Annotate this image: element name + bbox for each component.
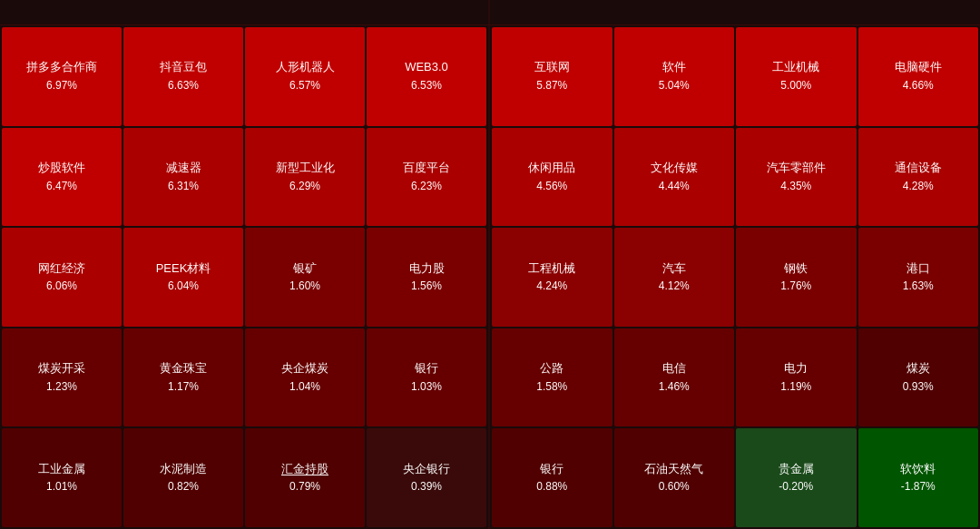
grid-area: 拼多多合作商 6.97% 抖音豆包 6.63% 人形机器人 6.57% WEB3… bbox=[0, 25, 980, 529]
left-cell-16[interactable]: 工业金属 1.01% bbox=[2, 428, 122, 527]
right-cell-19[interactable]: 软饮料 -1.87% bbox=[858, 428, 979, 527]
cell-name: 电力 bbox=[784, 359, 808, 378]
left-cell-12[interactable]: 煤炭开采 1.23% bbox=[2, 328, 122, 427]
cell-name: 人形机器人 bbox=[276, 58, 335, 77]
cell-name: 银行 bbox=[415, 359, 438, 378]
right-cell-3[interactable]: 电脑硬件 4.66% bbox=[858, 27, 979, 126]
cell-name: 汽车 bbox=[662, 260, 686, 279]
right-cell-4[interactable]: 休闲用品 4.56% bbox=[492, 128, 612, 227]
cell-name: 央企煤炭 bbox=[281, 359, 328, 378]
left-cell-9[interactable]: PEEK材料 6.04% bbox=[123, 228, 243, 327]
cell-name: 电力股 bbox=[409, 260, 445, 279]
cell-name: 通信设备 bbox=[895, 159, 942, 178]
left-cell-1[interactable]: 抖音豆包 6.63% bbox=[123, 27, 243, 126]
right-cell-9[interactable]: 汽车 4.12% bbox=[614, 228, 735, 327]
cell-name: 汽车零部件 bbox=[767, 159, 826, 178]
right-cell-14[interactable]: 电力 1.19% bbox=[736, 328, 857, 427]
cell-pct: -1.87% bbox=[901, 478, 936, 495]
cell-pct: 4.28% bbox=[903, 178, 934, 195]
cell-pct: 1.56% bbox=[411, 278, 442, 295]
left-cell-15[interactable]: 银行 1.03% bbox=[367, 328, 486, 427]
cell-pct: 4.35% bbox=[780, 178, 811, 195]
left-cell-2[interactable]: 人形机器人 6.57% bbox=[245, 27, 365, 126]
right-cell-16[interactable]: 银行 0.88% bbox=[492, 428, 612, 527]
left-cell-14[interactable]: 央企煤炭 1.04% bbox=[245, 328, 365, 427]
cell-name: 软件 bbox=[662, 58, 686, 77]
cell-name: 新型工业化 bbox=[276, 159, 335, 178]
left-cell-17[interactable]: 水泥制造 0.82% bbox=[123, 428, 243, 527]
cell-pct: 6.29% bbox=[289, 178, 320, 195]
right-cell-13[interactable]: 电信 1.46% bbox=[614, 328, 735, 427]
cell-pct: 1.03% bbox=[411, 378, 442, 396]
cell-pct: 0.79% bbox=[289, 478, 320, 495]
cell-name: 公路 bbox=[540, 359, 564, 378]
cell-pct: 6.06% bbox=[46, 278, 77, 295]
left-cell-4[interactable]: 炒股软件 6.47% bbox=[2, 128, 122, 227]
right-cell-10[interactable]: 钢铁 1.76% bbox=[736, 228, 857, 327]
right-cell-11[interactable]: 港口 1.63% bbox=[858, 228, 979, 327]
cell-pct: 1.01% bbox=[46, 478, 77, 495]
cell-name: 央企银行 bbox=[403, 460, 450, 479]
header-left bbox=[0, 0, 490, 24]
cell-pct: 1.04% bbox=[289, 378, 320, 396]
cell-name: 工业机械 bbox=[772, 58, 819, 77]
left-cell-8[interactable]: 网红经济 6.06% bbox=[2, 228, 122, 327]
cell-name: 钢铁 bbox=[784, 260, 808, 279]
left-cell-3[interactable]: WEB3.0 6.53% bbox=[367, 27, 486, 126]
cell-name: 软饮料 bbox=[900, 460, 936, 479]
right-cell-12[interactable]: 公路 1.58% bbox=[492, 328, 612, 427]
cell-pct: 5.04% bbox=[659, 77, 690, 94]
right-cell-2[interactable]: 工业机械 5.00% bbox=[736, 27, 857, 126]
left-cell-18[interactable]: 汇金持股 0.79% bbox=[245, 428, 365, 527]
left-cell-7[interactable]: 百度平台 6.23% bbox=[367, 128, 486, 227]
cell-name: PEEK材料 bbox=[156, 260, 211, 279]
right-cell-5[interactable]: 文化传媒 4.44% bbox=[614, 128, 735, 227]
cell-pct: 6.53% bbox=[411, 77, 442, 94]
cell-pct: 1.76% bbox=[780, 278, 811, 295]
cell-name: 文化传媒 bbox=[651, 159, 698, 178]
left-cell-11[interactable]: 电力股 1.56% bbox=[367, 228, 486, 327]
cell-pct: 0.82% bbox=[168, 478, 199, 495]
left-cell-19[interactable]: 央企银行 0.39% bbox=[367, 428, 486, 527]
cell-name: 网红经济 bbox=[38, 260, 85, 279]
cell-name: 工程机械 bbox=[528, 260, 575, 279]
cell-pct: 4.56% bbox=[536, 178, 567, 195]
cell-pct: 1.17% bbox=[168, 378, 199, 396]
left-cell-6[interactable]: 新型工业化 6.29% bbox=[245, 128, 365, 227]
right-cell-1[interactable]: 软件 5.04% bbox=[614, 27, 735, 126]
cell-pct: 4.44% bbox=[659, 178, 690, 195]
main-container: 拼多多合作商 6.97% 抖音豆包 6.63% 人形机器人 6.57% WEB3… bbox=[0, 0, 980, 529]
cell-pct: 1.60% bbox=[289, 278, 320, 295]
right-cell-18[interactable]: 贵金属 -0.20% bbox=[736, 428, 857, 527]
cell-pct: 6.23% bbox=[411, 178, 442, 195]
cell-pct: 6.57% bbox=[289, 77, 320, 94]
cell-pct: 1.58% bbox=[536, 378, 567, 396]
left-cell-13[interactable]: 黄金珠宝 1.17% bbox=[123, 328, 243, 427]
cell-pct: 4.66% bbox=[903, 77, 934, 94]
cell-pct: 0.60% bbox=[659, 478, 690, 495]
cell-pct: -0.20% bbox=[779, 478, 813, 495]
cell-name: 煤炭开采 bbox=[38, 359, 85, 378]
right-cell-8[interactable]: 工程机械 4.24% bbox=[492, 228, 612, 327]
cell-name: 互联网 bbox=[534, 58, 570, 77]
cell-pct: 6.97% bbox=[46, 77, 77, 94]
right-cell-17[interactable]: 石油天然气 0.60% bbox=[614, 428, 735, 527]
right-cell-7[interactable]: 通信设备 4.28% bbox=[858, 128, 979, 227]
right-panel: 互联网 5.87% 软件 5.04% 工业机械 5.00% 电脑硬件 4.66%… bbox=[490, 25, 980, 529]
left-panel: 拼多多合作商 6.97% 抖音豆包 6.63% 人形机器人 6.57% WEB3… bbox=[0, 25, 490, 529]
header-right bbox=[490, 0, 980, 24]
cell-pct: 6.63% bbox=[168, 77, 199, 94]
cell-pct: 4.12% bbox=[659, 278, 690, 295]
cell-name: 汇金持股 bbox=[281, 460, 328, 479]
cell-name: 拼多多合作商 bbox=[26, 58, 97, 77]
cell-name: 休闲用品 bbox=[528, 159, 575, 178]
cell-pct: 1.46% bbox=[659, 378, 690, 396]
right-cell-15[interactable]: 煤炭 0.93% bbox=[858, 328, 979, 427]
left-cell-5[interactable]: 减速器 6.31% bbox=[123, 128, 243, 227]
right-cell-6[interactable]: 汽车零部件 4.35% bbox=[736, 128, 857, 227]
cell-name: 港口 bbox=[906, 260, 930, 279]
right-cell-0[interactable]: 互联网 5.87% bbox=[492, 27, 612, 126]
left-cell-10[interactable]: 银矿 1.60% bbox=[245, 228, 365, 327]
left-cell-0[interactable]: 拼多多合作商 6.97% bbox=[2, 27, 122, 126]
cell-pct: 0.39% bbox=[411, 478, 442, 495]
